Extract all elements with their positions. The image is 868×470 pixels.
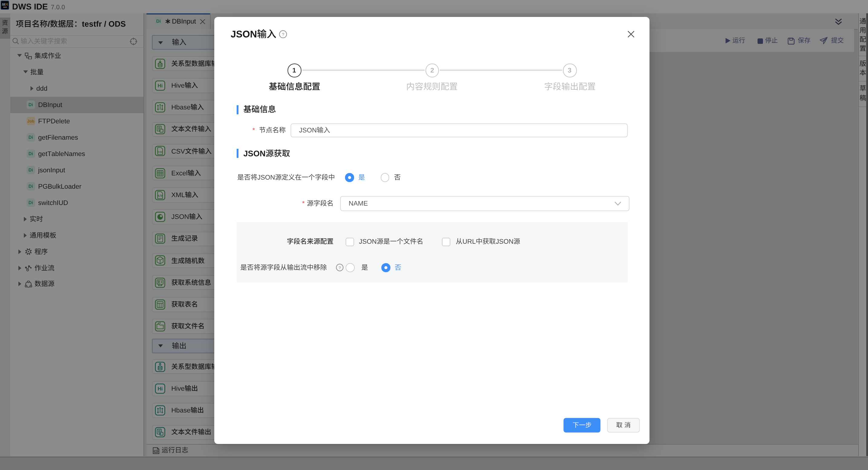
- svg-text:?: ?: [339, 266, 341, 270]
- svg-text:?: ?: [282, 32, 284, 37]
